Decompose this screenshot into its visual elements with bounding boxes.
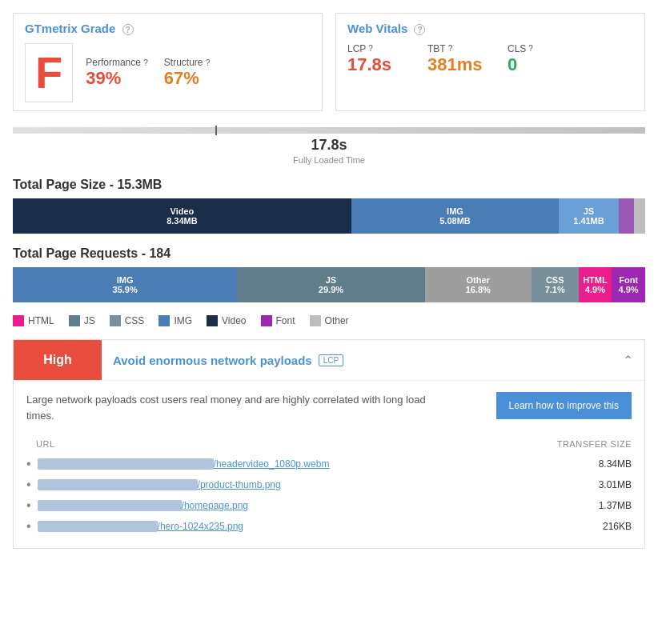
timeline-bar — [13, 127, 645, 134]
web-vitals-title: Web Vitals ? — [347, 22, 633, 35]
url-link-2: /product-thumb.png — [38, 479, 569, 490]
cls-help-icon[interactable]: ? — [528, 44, 538, 54]
learn-button[interactable]: Learn how to improve this — [496, 392, 632, 419]
url-bullet-1: • — [26, 457, 31, 471]
web-vitals-help-icon[interactable]: ? — [414, 24, 425, 35]
url-placeholder-3 — [38, 500, 182, 511]
url-placeholder-4 — [38, 521, 158, 532]
grade-letter: F — [25, 43, 73, 102]
legend-img-label: IMG — [174, 315, 192, 326]
performance-metric: Performance ? 39% — [86, 57, 148, 89]
legend-other: Other — [310, 315, 349, 326]
legend-js-color — [69, 315, 80, 326]
url-row-1: • /headervideo_1080p.webm 8.34MB — [26, 454, 632, 474]
recommendation-body: Large network payloads cost users real m… — [14, 380, 644, 548]
url-col-header: URL — [36, 439, 55, 449]
legend-img: IMG — [158, 315, 192, 326]
gtmetrix-title-text: GTmetrix Grade — [25, 22, 115, 35]
tbt-label: TBT ? — [427, 43, 491, 54]
tbt-help-icon[interactable]: ? — [448, 44, 458, 54]
page-size-bar: Video 8.34MB IMG 5.08MB JS 1.41MB — [13, 198, 645, 234]
collapse-button[interactable]: ⌃ — [612, 345, 644, 376]
page-requests-title: Total Page Requests - 184 — [13, 246, 645, 261]
other-size-segment — [634, 198, 645, 234]
cls-value: 0 — [508, 54, 572, 75]
page-size-title: Total Page Size - 15.3MB — [13, 178, 645, 192]
cls-label: CLS ? — [508, 43, 572, 54]
req-font-segment: Font 4.9% — [612, 267, 645, 302]
struct-help-icon[interactable]: ? — [206, 59, 211, 67]
req-img-segment: IMG 35.9% — [13, 267, 237, 302]
recommendation-header: High Avoid enormous network payloads LCP… — [14, 340, 644, 380]
tbt-vital: TBT ? 381ms — [427, 43, 491, 75]
req-css-segment: CSS 7.1% — [532, 267, 579, 302]
lcp-help-icon[interactable]: ? — [368, 44, 378, 54]
url-placeholder-2 — [38, 479, 198, 490]
url-placeholder-1 — [38, 458, 214, 470]
timeline-marker — [215, 126, 217, 135]
url-size-2: 3.01MB — [576, 479, 632, 490]
size-col-header: TRANSFER SIZE — [557, 439, 632, 449]
grade-metrics: Performance ? 39% Structure ? 67% — [86, 57, 210, 89]
legend-js-label: JS — [84, 315, 95, 326]
url-row-2: • /product-thumb.png 3.01MB — [26, 474, 632, 495]
url-table: URL TRANSFER SIZE • /headervideo_1080p.w… — [26, 436, 632, 537]
tbt-value: 381ms — [427, 54, 491, 75]
js-size-segment: JS 1.41MB — [559, 198, 619, 234]
legend-css-label: CSS — [125, 315, 145, 326]
structure-metric: Structure ? 67% — [164, 57, 211, 89]
url-link-4: /hero-1024x235.png — [38, 521, 569, 532]
gtmetrix-title: GTmetrix Grade ? — [25, 22, 311, 35]
url-text-4[interactable]: /hero-1024x235.png — [158, 521, 243, 532]
legend-font: Font — [261, 315, 295, 326]
recommendation-title-area: Avoid enormous network payloads LCP — [102, 346, 612, 375]
requests-bar: IMG 35.9% JS 29.9% Other 16.8% CSS 7.1% … — [13, 267, 645, 302]
timeline-fill — [13, 127, 645, 134]
legend-img-color — [158, 315, 170, 326]
video-segment: Video 8.34MB — [13, 198, 351, 234]
url-bullet-3: • — [26, 498, 31, 513]
lcp-label: LCP ? — [347, 43, 411, 54]
timeline-label: Fully Loaded Time — [13, 155, 645, 165]
timeline-section: 17.8s Fully Loaded Time — [13, 127, 645, 165]
web-vitals-title-text: Web Vitals — [347, 22, 407, 35]
url-bullet-4: • — [26, 519, 31, 534]
legend-video-color — [207, 315, 218, 326]
legend-css-color — [110, 315, 121, 326]
req-other-segment: Other 16.8% — [425, 267, 532, 302]
legend-other-color — [310, 315, 321, 326]
gtmetrix-grade-box: GTmetrix Grade ? F Performance ? 39% Str… — [13, 13, 323, 111]
perf-help-icon[interactable]: ? — [143, 59, 148, 67]
lcp-value: 17.8s — [347, 54, 411, 75]
legend-other-label: Other — [325, 315, 349, 326]
gtmetrix-help-icon[interactable]: ? — [122, 24, 134, 35]
web-vitals-box: Web Vitals ? LCP ? 17.8s TBT ? 381ms C — [335, 13, 645, 111]
url-size-4: 216KB — [576, 521, 632, 532]
high-badge: High — [14, 340, 102, 380]
cls-vital: CLS ? 0 — [508, 43, 572, 75]
lcp-badge: LCP — [319, 354, 343, 366]
url-link-3: /homepage.png — [38, 500, 569, 511]
structure-label: Structure ? — [164, 57, 211, 68]
legend-html: HTML — [13, 315, 54, 326]
web-vitals-inner: LCP ? 17.8s TBT ? 381ms CLS ? 0 — [347, 43, 633, 75]
url-table-header: URL TRANSFER SIZE — [26, 436, 632, 454]
lcp-vital: LCP ? 17.8s — [347, 43, 411, 75]
req-html-segment: HTML 4.9% — [579, 267, 612, 302]
url-size-1: 8.34MB — [576, 458, 632, 470]
url-text-3[interactable]: /homepage.png — [182, 500, 248, 511]
grade-inner: F Performance ? 39% Structure ? 67% — [25, 43, 311, 102]
page-size-section: Total Page Size - 15.3MB Video 8.34MB IM… — [13, 178, 645, 234]
legend-html-label: HTML — [28, 315, 54, 326]
url-size-3: 1.37MB — [576, 500, 632, 511]
timeline-time: 17.8s — [13, 137, 645, 154]
legend-js: JS — [69, 315, 95, 326]
url-text-2[interactable]: /product-thumb.png — [198, 479, 281, 490]
css-size-segment — [619, 198, 634, 234]
legend-font-label: Font — [276, 315, 295, 326]
legend-video-label: Video — [222, 315, 246, 326]
recommendation-description: Large network payloads cost users real m… — [26, 392, 443, 423]
url-text-1[interactable]: /headervideo_1080p.webm — [214, 458, 330, 470]
req-js-segment: JS 29.9% — [237, 267, 424, 302]
legend-video: Video — [207, 315, 246, 326]
